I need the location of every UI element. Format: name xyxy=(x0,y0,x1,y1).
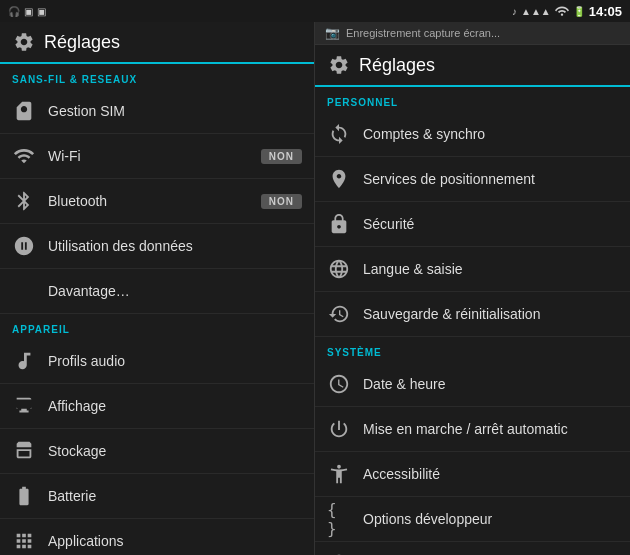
right-panel: 📷 Enregistrement capture écran... Réglag… xyxy=(315,22,630,555)
gestion-sim-label: Gestion SIM xyxy=(48,103,302,119)
settings-item-language[interactable]: Langue & saisie xyxy=(315,247,630,292)
wifi-toggle[interactable]: NON xyxy=(261,149,302,164)
autostart-label: Mise en marche / arrêt automatic xyxy=(363,421,618,437)
bluetooth-icon xyxy=(12,189,36,213)
settings-item-accessibility[interactable]: Accessibilité xyxy=(315,452,630,497)
status-bar: 🎧 ▣ ▣ ♪ ▲▲▲ 🔋 14:05 xyxy=(0,0,630,22)
data-usage-label: Utilisation des données xyxy=(48,238,302,254)
status-icons-left: 🎧 ▣ ▣ xyxy=(8,6,46,17)
wifi-status-icon xyxy=(555,4,569,18)
right-settings-content: PERSONNEL Comptes & synchro Services de … xyxy=(315,87,630,555)
section-header-system: SYSTÈME xyxy=(315,337,630,362)
notif-text: Enregistrement capture écran... xyxy=(346,27,500,39)
datetime-label: Date & heure xyxy=(363,376,618,392)
sync-icon xyxy=(327,122,351,146)
settings-item-battery[interactable]: Batterie xyxy=(0,474,314,519)
data-usage-icon xyxy=(12,234,36,258)
record-icon: 📷 xyxy=(325,26,340,40)
location-icon xyxy=(327,167,351,191)
left-panel-header: Réglages xyxy=(0,22,314,64)
status-icons-right: ♪ ▲▲▲ 🔋 14:05 xyxy=(512,4,622,19)
audio-icon xyxy=(12,349,36,373)
security-label: Sécurité xyxy=(363,216,618,232)
battery-status-icon: 🔋 xyxy=(573,6,585,17)
battery-icon xyxy=(12,484,36,508)
wifi-label: Wi-Fi xyxy=(48,148,249,164)
settings-item-location[interactable]: Services de positionnement xyxy=(315,157,630,202)
right-panel-header: Réglages xyxy=(315,45,630,87)
accessibility-icon xyxy=(327,462,351,486)
clock-icon xyxy=(327,372,351,396)
apps-icon xyxy=(12,529,36,553)
audio-label: Profils audio xyxy=(48,353,302,369)
accessibility-label: Accessibilité xyxy=(363,466,618,482)
developer-icon: { } xyxy=(327,507,351,531)
sim-icon xyxy=(12,99,36,123)
settings-item-developer[interactable]: { } Options développeur xyxy=(315,497,630,542)
battery-label: Batterie xyxy=(48,488,302,504)
lock-icon xyxy=(327,212,351,236)
section-header-device: APPAREIL xyxy=(0,314,314,339)
notification-bar: 📷 Enregistrement capture écran... xyxy=(315,22,630,45)
settings-item-more[interactable]: Davantage… xyxy=(0,269,314,314)
developer-label: Options développeur xyxy=(363,511,618,527)
more-placeholder-icon xyxy=(12,279,36,303)
backup-icon xyxy=(327,302,351,326)
screenshot-icon2: ▣ xyxy=(37,6,46,17)
accounts-label: Comptes & synchro xyxy=(363,126,618,142)
display-label: Affichage xyxy=(48,398,302,414)
left-panel: Réglages SANS-FIL & RESEAUX Gestion SIM xyxy=(0,22,315,555)
section-header-network: SANS-FIL & RESEAUX xyxy=(0,64,314,89)
headset-icon: 🎧 xyxy=(8,6,20,17)
settings-item-gestion-sim[interactable]: Gestion SIM xyxy=(0,89,314,134)
left-settings-content: SANS-FIL & RESEAUX Gestion SIM Wi-Fi NON xyxy=(0,64,314,555)
settings-item-security[interactable]: Sécurité xyxy=(315,202,630,247)
settings-item-data-usage[interactable]: Utilisation des données xyxy=(0,224,314,269)
settings-item-datetime[interactable]: Date & heure xyxy=(315,362,630,407)
left-panel-title: Réglages xyxy=(44,32,120,53)
storage-icon xyxy=(12,439,36,463)
bluetooth-toggle[interactable]: NON xyxy=(261,194,302,209)
settings-item-audio[interactable]: Profils audio xyxy=(0,339,314,384)
backup-label: Sauvegarde & réinitialisation xyxy=(363,306,618,322)
section-header-personal: PERSONNEL xyxy=(315,87,630,112)
language-label: Langue & saisie xyxy=(363,261,618,277)
more-label: Davantage… xyxy=(48,283,302,299)
settings-item-accounts[interactable]: Comptes & synchro xyxy=(315,112,630,157)
settings-item-storage[interactable]: Stockage xyxy=(0,429,314,474)
wifi-icon xyxy=(12,144,36,168)
settings-gear-icon-left xyxy=(12,30,36,54)
language-icon xyxy=(327,257,351,281)
power-icon xyxy=(327,417,351,441)
location-label: Services de positionnement xyxy=(363,171,618,187)
settings-item-backup[interactable]: Sauvegarde & réinitialisation xyxy=(315,292,630,337)
settings-item-autostart[interactable]: Mise en marche / arrêt automatic xyxy=(315,407,630,452)
headphone-icon: ♪ xyxy=(512,6,517,17)
settings-item-about[interactable]: À propos du téléphone xyxy=(315,542,630,555)
display-icon xyxy=(12,394,36,418)
clock: 14:05 xyxy=(589,4,622,19)
apps-label: Applications xyxy=(48,533,302,549)
settings-item-display[interactable]: Affichage xyxy=(0,384,314,429)
screenshot-icon1: ▣ xyxy=(24,6,33,17)
settings-item-apps[interactable]: Applications xyxy=(0,519,314,555)
settings-item-bluetooth[interactable]: Bluetooth NON xyxy=(0,179,314,224)
settings-gear-icon-right xyxy=(327,53,351,77)
storage-label: Stockage xyxy=(48,443,302,459)
settings-item-wifi[interactable]: Wi-Fi NON xyxy=(0,134,314,179)
signal-icon: ▲▲▲ xyxy=(521,6,551,17)
right-panel-title: Réglages xyxy=(359,55,435,76)
bluetooth-label: Bluetooth xyxy=(48,193,249,209)
main-panels: Réglages SANS-FIL & RESEAUX Gestion SIM xyxy=(0,22,630,555)
